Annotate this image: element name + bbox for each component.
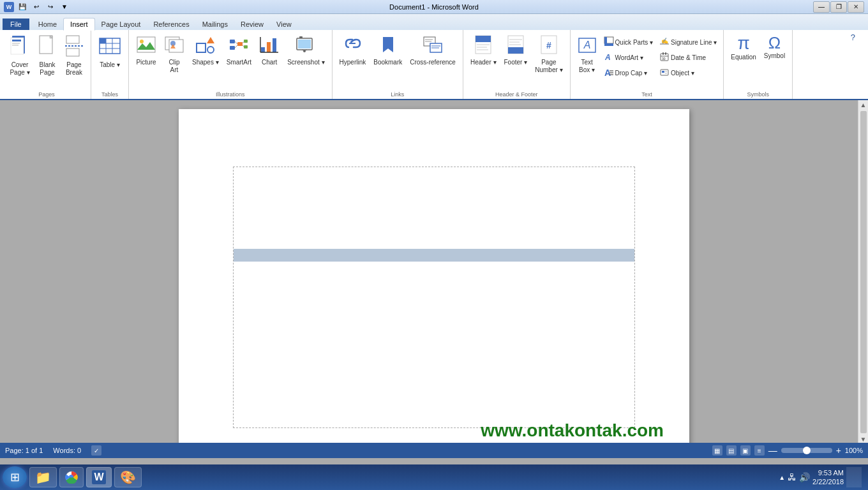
date-time-button[interactable]: 30 Date & Time [657, 50, 719, 65]
page-number-button[interactable]: # PageNumber ▾ [532, 33, 565, 76]
start-button[interactable]: ⊞ [3, 466, 27, 488]
object-button[interactable]: Object ▾ [657, 66, 719, 80]
hyperlink-button[interactable]: Hyperlink [336, 33, 370, 68]
window-title: Document1 - Microsoft Word [389, 3, 479, 11]
qat-undo[interactable]: ↩ [31, 1, 42, 13]
tab-home[interactable]: Home [32, 19, 63, 30]
signature-line-button[interactable]: ✍ Signature Line ▾ [657, 35, 719, 50]
cover-page-button[interactable]: CoverPage ▾ [6, 33, 33, 78]
show-desktop-btn[interactable] [846, 467, 862, 487]
title-bar: W 💾 ↩ ↪ ▼ Document1 - Microsoft Word — ❐… [0, 0, 868, 14]
app-icon: W [4, 2, 14, 12]
outline-btn[interactable]: ≡ [754, 445, 765, 456]
wordart-label: WordArt ▾ [615, 54, 643, 61]
svg-line-34 [243, 42, 244, 43]
tray-expand-btn[interactable]: ▲ [779, 474, 785, 481]
svg-rect-24 [197, 43, 206, 52]
print-layout-btn[interactable]: ▦ [712, 445, 722, 456]
ribbon: CoverPage ▾ BlankPage [0, 30, 868, 100]
wordart-button[interactable]: A WordArt ▾ [601, 50, 655, 65]
spell-check-icon[interactable]: ✓ [91, 445, 101, 456]
footer-button[interactable]: Footer ▾ [501, 33, 531, 68]
selected-text-bar [234, 249, 634, 262]
svg-rect-18 [137, 37, 155, 52]
minimize-button[interactable]: — [813, 1, 830, 13]
page-break-button[interactable]: PageBreak [61, 33, 87, 78]
shapes-button[interactable]: Shapes ▾ [189, 33, 222, 68]
help-icon[interactable]: ? [851, 33, 855, 42]
zoom-out-btn[interactable]: — [768, 445, 777, 456]
status-left: Page: 1 of 1 Words: 0 ✓ [5, 445, 101, 456]
svg-rect-44 [302, 50, 307, 50]
explorer-taskbar-btn[interactable]: 📁 [29, 467, 57, 487]
clip-art-button[interactable]: ClipArt [161, 33, 188, 76]
tab-file[interactable]: File [3, 19, 29, 30]
signature-line-icon: ✍ [659, 36, 670, 48]
tab-insert[interactable]: Insert [63, 18, 95, 31]
clip-art-label: ClipArt [168, 59, 179, 74]
document-content-area[interactable] [233, 167, 635, 428]
symbol-button[interactable]: Ω Symbol [761, 33, 788, 62]
tab-pagelayout[interactable]: Page Layout [95, 19, 147, 30]
full-screen-btn[interactable]: ▤ [726, 445, 737, 456]
scrollbar-right[interactable]: ▲ ▼ [858, 100, 868, 443]
drop-cap-button[interactable]: A Drop Cap ▾ [601, 66, 655, 80]
text-items: A TextBox ▾ Quick Parts ▾ [574, 33, 720, 90]
svg-rect-5 [12, 40, 21, 41]
zoom-slider-thumb[interactable] [803, 447, 811, 454]
tab-references[interactable]: References [147, 19, 195, 30]
restore-button[interactable]: ❐ [830, 1, 847, 13]
qat-more[interactable]: ▼ [59, 1, 70, 13]
text-box-button[interactable]: A TextBox ▾ [574, 33, 600, 76]
word-taskbar-icon: W [92, 470, 106, 484]
page-number-label: PageNumber ▾ [535, 59, 562, 74]
screenshot-button[interactable]: Screenshot ▾ [284, 33, 327, 68]
close-button[interactable]: ✕ [848, 1, 864, 13]
word-count: Words: 0 [53, 447, 81, 454]
equation-icon: π [737, 34, 749, 52]
tab-view[interactable]: View [270, 19, 298, 30]
svg-rect-86 [665, 73, 667, 74]
scroll-up[interactable]: ▲ [860, 101, 867, 108]
symbols-group-label: Symbols [747, 91, 769, 98]
status-right: ▦ ▤ ▣ ≡ — + 100% [712, 445, 863, 456]
network-tray-icon: 🖧 [788, 472, 797, 482]
equation-button[interactable]: π Equation [728, 33, 759, 63]
picture-button[interactable]: Picture [133, 33, 160, 68]
svg-marker-25 [207, 37, 214, 43]
symbol-label: Symbol [764, 52, 785, 60]
qat-save[interactable]: 💾 [17, 1, 28, 13]
ribbon-group-links: Hyperlink Bookmark [333, 30, 463, 99]
svg-point-26 [207, 47, 214, 53]
quick-parts-button[interactable]: Quick Parts ▾ [601, 35, 655, 50]
ribbon-group-pages: CoverPage ▾ BlankPage [3, 30, 91, 99]
svg-rect-84 [662, 71, 664, 73]
header-button[interactable]: Header ▾ [467, 33, 500, 68]
svg-rect-21 [169, 40, 183, 52]
scroll-thumb[interactable] [860, 111, 867, 433]
bookmark-button[interactable]: Bookmark [370, 33, 405, 68]
table-button[interactable]: Table ▾ [95, 33, 124, 71]
zoom-in-btn[interactable]: + [836, 445, 841, 456]
tab-review[interactable]: Review [234, 19, 270, 30]
chrome-taskbar-btn[interactable] [59, 467, 84, 487]
paint-taskbar-btn[interactable]: 🎨 [114, 467, 142, 487]
zoom-slider[interactable] [781, 448, 832, 453]
object-label: Object ▾ [671, 70, 694, 77]
svg-line-32 [235, 41, 237, 44]
chart-button[interactable]: Chart [256, 33, 283, 68]
document-page: www.ontakontak.com [179, 109, 689, 443]
web-layout-btn[interactable]: ▣ [740, 445, 751, 456]
word-taskbar-btn[interactable]: W [86, 467, 112, 487]
cross-reference-button[interactable]: Cross-reference [407, 33, 459, 68]
text-box-icon: A [578, 34, 597, 57]
smartart-icon [228, 34, 249, 57]
illustrations-items: Picture ClipArt [133, 33, 328, 90]
tab-mailings[interactable]: Mailings [196, 19, 234, 30]
scroll-down[interactable]: ▼ [860, 436, 867, 443]
blank-page-button[interactable]: BlankPage [34, 33, 60, 78]
qat-redo[interactable]: ↪ [45, 1, 56, 13]
page-break-label: PageBreak [66, 61, 82, 77]
svg-rect-45 [299, 36, 303, 38]
smartart-button[interactable]: SmartArt [223, 33, 255, 68]
